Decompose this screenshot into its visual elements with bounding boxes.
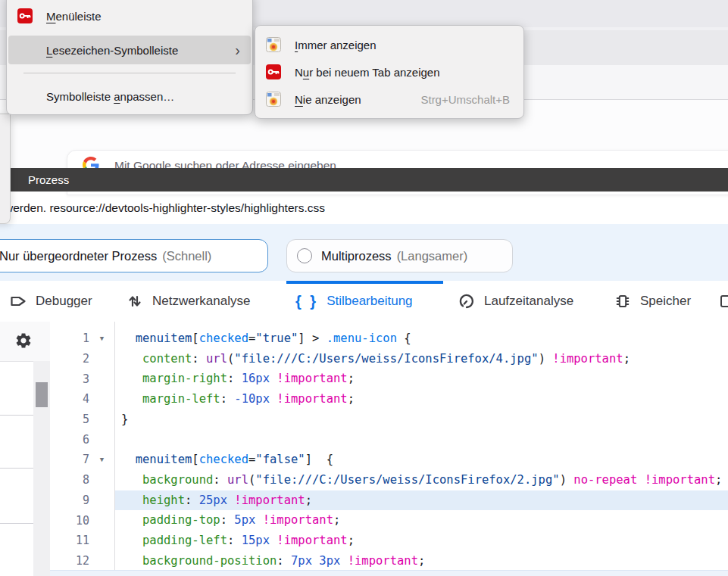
code-line[interactable]: margin-left: -10px !important; xyxy=(115,389,728,409)
devtools-tabbar: Debugger Netzwerkanalyse { } Stilbearbei… xyxy=(0,281,728,322)
radio-unchecked-icon[interactable] xyxy=(297,248,312,263)
menu-item-label: Nie anzeigen xyxy=(295,93,361,106)
debugger-icon xyxy=(9,292,27,310)
scrollbar-thumb[interactable] xyxy=(36,382,48,407)
line-number-gutter: 1▼234567▼89101112 xyxy=(50,322,115,576)
list-separator xyxy=(0,523,33,524)
bookmarks-toolbar-submenu: Immer anzeigen Nur bei neuem Tab anzeige… xyxy=(255,25,524,119)
code-line[interactable]: background: url("file:///C:/Users/weiss/… xyxy=(115,470,728,490)
gutter-line-number[interactable]: 3 xyxy=(50,369,114,389)
stylesheet-list-pane xyxy=(0,322,51,576)
code-line[interactable]: background-position: 7px 3px !important; xyxy=(115,551,728,571)
gutter-line-number[interactable]: 7▼ xyxy=(50,450,114,470)
code-editor-content[interactable]: menuitem[checked="true"] > .menu-icon { … xyxy=(115,322,728,576)
gutter-line-number[interactable]: 5 xyxy=(50,409,114,430)
tab-laufzeitanalyse[interactable]: Laufzeitanalyse xyxy=(458,281,573,322)
gutter-line-number[interactable]: 10 xyxy=(50,510,114,531)
braces-icon: { } xyxy=(295,293,318,310)
gear-icon[interactable] xyxy=(14,332,33,350)
fold-arrow-icon[interactable]: ▼ xyxy=(89,456,114,463)
stylesheet-pane-header xyxy=(0,322,50,362)
submenu-chevron-icon: › xyxy=(235,42,240,58)
gutter-line-number[interactable]: 12 xyxy=(50,551,114,571)
menu-item-label: Lesezeichen-Symbolleiste xyxy=(46,44,178,57)
list-separator xyxy=(0,468,33,469)
key-icon xyxy=(266,64,281,79)
code-line[interactable]: menuitem[checked="true"] > .menu-icon { xyxy=(115,328,728,349)
style-editor: 1▼234567▼89101112 menuitem[checked="true… xyxy=(0,322,728,576)
list-separator xyxy=(0,415,33,416)
process-options-strip: Nur übergeordneter Prozess (Schnell) Mul… xyxy=(0,224,728,281)
menu-item-label: Nur bei neuem Tab anzeigen xyxy=(295,66,440,79)
menu-item-label: Immer anzeigen xyxy=(295,39,376,51)
code-line[interactable]: padding-top: 5px !important; xyxy=(115,510,728,531)
memory-icon xyxy=(614,292,632,310)
menu-item-menubar[interactable]: Menüleiste xyxy=(8,2,251,30)
menu-item-customize-toolbar[interactable]: Symbolleiste anpassen… xyxy=(8,83,251,110)
menu-item-bookmarks-toolbar[interactable]: Lesezeichen-Symbolleiste › xyxy=(8,36,251,64)
process-dialog-message: werden. resource://devtools-highlighter-… xyxy=(5,201,724,215)
process-window-titlebar: Prozess xyxy=(10,168,728,191)
option-parent-process[interactable]: Nur übergeordneter Prozess (Schnell) xyxy=(0,239,268,272)
image-icon xyxy=(266,37,281,52)
screenshot-root: Mit Google suchen oder Adresse eingeben … xyxy=(0,0,728,576)
gutter-line-number[interactable]: 4 xyxy=(50,389,114,409)
menu-item-show-on-new-tab[interactable]: Nur bei neuem Tab anzeigen xyxy=(257,58,522,86)
tab-netzwerkanalyse[interactable]: Netzwerkanalyse xyxy=(126,281,250,322)
gutter-line-number[interactable]: 2 xyxy=(50,349,114,369)
menu-item-label: Menüleiste xyxy=(46,10,102,23)
tab-label: Debugger xyxy=(36,294,92,309)
gutter-line-number[interactable]: 11 xyxy=(50,531,114,551)
process-window-title: Prozess xyxy=(28,168,69,191)
code-line[interactable]: content: url("file:///C:/Users/weiss/Ico… xyxy=(115,349,728,369)
code-line[interactable]: } xyxy=(115,409,728,430)
tab-label: Netzwerkanalyse xyxy=(152,294,250,309)
menu-separator xyxy=(23,73,236,73)
option-label: Multiprozess xyxy=(321,249,392,263)
stylesheet-list-scrollbar[interactable] xyxy=(33,361,50,576)
tab-label: Speicher xyxy=(640,294,691,309)
gutter-line-number[interactable]: 6 xyxy=(50,429,114,450)
code-line[interactable]: margin-right: 16px !important; xyxy=(115,369,728,389)
option-hint: (Langsamer) xyxy=(397,249,468,263)
menu-item-label: Symbolleiste anpassen… xyxy=(46,90,174,103)
gutter-line-number[interactable]: 8 xyxy=(50,470,114,490)
option-hint: (Schnell) xyxy=(162,249,211,263)
key-icon xyxy=(17,8,33,23)
option-multiprocess[interactable]: Multiprozess (Langsamer) xyxy=(286,239,513,272)
code-line[interactable]: menuitem[checked="false"] { xyxy=(115,450,728,470)
toolbar-context-menu: Menüleiste Lesezeichen-Symbolleiste › Sy… xyxy=(6,0,253,115)
tab-label: Stilbearbeitung xyxy=(327,294,412,309)
image-icon xyxy=(266,92,281,107)
tab-label: Laufzeitanalyse xyxy=(484,294,573,309)
gutter-line-number[interactable]: 1▼ xyxy=(50,328,114,349)
code-line[interactable]: padding-left: 15px !important; xyxy=(115,531,728,551)
panel-icon xyxy=(718,292,728,310)
option-label: Nur übergeordneter Prozess xyxy=(0,249,157,263)
popup-panel-edge xyxy=(0,114,11,224)
menu-item-shortcut: Strg+Umschalt+B xyxy=(420,93,510,106)
fold-arrow-icon[interactable]: ▼ xyxy=(89,335,114,342)
menu-item-always-show[interactable]: Immer anzeigen xyxy=(257,31,522,58)
editor-bottom-scrollbar[interactable] xyxy=(50,570,728,576)
code-line[interactable]: height: 25px !important; xyxy=(115,490,728,511)
network-icon xyxy=(126,292,144,310)
tab-speicher[interactable]: Speicher xyxy=(614,281,691,322)
performance-icon xyxy=(458,292,476,310)
code-line[interactable] xyxy=(115,429,728,450)
menu-item-never-show[interactable]: Nie anzeigen Strg+Umschalt+B xyxy=(257,86,522,113)
gutter-line-number[interactable]: 9 xyxy=(50,490,114,511)
tab-stilbearbeitung[interactable]: { } Stilbearbeitung xyxy=(295,281,413,322)
tab-partial[interactable] xyxy=(718,281,728,322)
tab-debugger[interactable]: Debugger xyxy=(9,281,92,322)
